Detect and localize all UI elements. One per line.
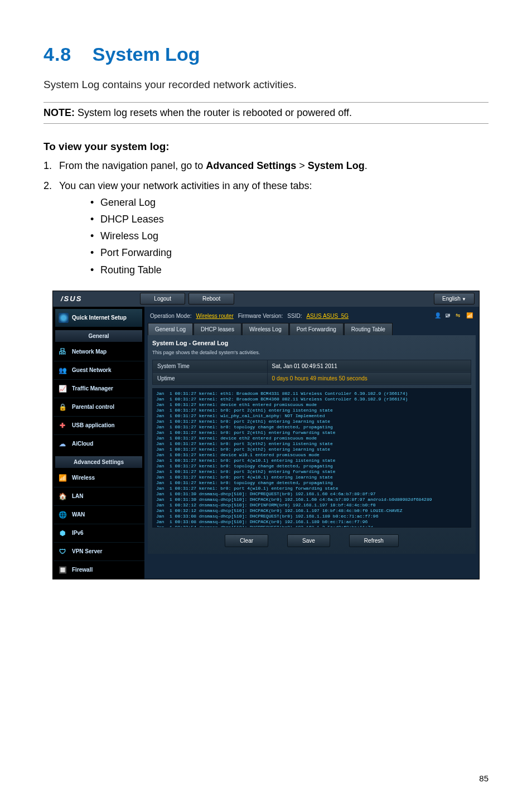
log-content: Jan 1 00:31:27 kernel: eth1: Broadcom BC… [156, 391, 467, 528]
bullet-routing: Routing Table [90, 263, 489, 277]
panel-description: This page shows the detailed system's ac… [152, 350, 471, 355]
sidebar-item-parental-control[interactable]: 🔒Parental control [53, 398, 144, 416]
section-title: System Log [93, 44, 200, 65]
lan-icon: 🏠 [57, 491, 67, 501]
section-number: 4.8 [43, 44, 71, 65]
save-button[interactable]: Save [287, 534, 330, 547]
ssid-value[interactable]: ASUS ASUS_5G [306, 313, 349, 319]
tab-routing-table[interactable]: Routing Table [344, 323, 393, 335]
sidebar-item-lan[interactable]: 🏠LAN [53, 487, 144, 505]
sidebar-general-header: General [55, 330, 142, 342]
step-2: 2. You can view your network activities … [43, 178, 489, 277]
bullet-dhcp: DHCP Leases [90, 212, 489, 226]
sidebar-item-usb-application[interactable]: ✚USB application [53, 416, 144, 434]
step-2-text: You can view your network activities in … [59, 180, 312, 191]
note-label: NOTE: [43, 107, 75, 118]
uptime-days: 0 days [272, 375, 290, 381]
guest-network-icon: 👥 [57, 365, 67, 375]
refresh-button[interactable]: Refresh [349, 534, 399, 547]
firewall-icon: 🔲 [57, 565, 67, 575]
sidebar-item-wireless[interactable]: 📶Wireless [53, 469, 144, 487]
sub-heading: To view your system log: [43, 141, 489, 153]
note-text: System log resets when the router is reb… [75, 107, 352, 118]
sidebar-item-vpn-server[interactable]: 🛡VPN Server [53, 542, 144, 561]
sidebar-advanced-header: Advanced Settings [55, 456, 142, 468]
sidebar-item-traffic-manager[interactable]: 📈Traffic Manager [53, 379, 144, 398]
sidebar-item-aicloud[interactable]: ☁AiCloud [53, 434, 144, 453]
sidebar-item-label: Firewall [72, 567, 93, 573]
router-screenshot: /SUS Logout Reboot English Quick Interne… [52, 291, 480, 579]
uptime-hours: 0 hours [290, 375, 310, 381]
step-1-gt: > [296, 160, 308, 171]
tab-port-forwarding[interactable]: Port Forwarding [289, 323, 344, 335]
ssid-label: SSID: [287, 313, 302, 319]
sidebar-item-label: LAN [72, 493, 84, 499]
sidebar-item-label: WAN [72, 511, 85, 518]
sidebar-item-label: Traffic Manager [72, 385, 113, 392]
info-table: System Time Sat, Jan 01 00:49:51 2011 Up… [152, 360, 471, 385]
wifi-status-icon[interactable]: 📶 [466, 312, 473, 320]
uptime-value: 0 days 0 hours 49 minutes 50 seconds [267, 372, 471, 384]
usb-status-icon[interactable]: ⇋ [456, 312, 463, 320]
logout-button[interactable]: Logout [140, 293, 185, 305]
step-1-pre: From the navigation panel, go to [59, 160, 206, 171]
step-1-advanced: Advanced Settings [206, 160, 296, 171]
shot-body: Quick Internet Setup General 品Network Ma… [53, 307, 479, 579]
note-box: NOTE: System log resets when the router … [43, 102, 489, 124]
sidebar-item-label: Network Map [72, 349, 107, 355]
log-textarea[interactable]: Jan 1 00:31:27 kernel: eth1: Broadcom BC… [152, 388, 471, 528]
sidebar-item-firewall[interactable]: 🔲Firewall [53, 561, 144, 579]
tab-dhcp-leases[interactable]: DHCP leases [194, 323, 241, 335]
user-icon[interactable]: 👤 [434, 312, 442, 320]
page-number: 85 [479, 774, 489, 783]
bullet-portfwd: Port Forwarding [90, 245, 489, 260]
mode-label: Operation Mode: [150, 313, 192, 319]
parental-control-icon: 🔒 [57, 402, 67, 412]
sidebar-item-ipv6[interactable]: ⬢IPv6 [53, 524, 144, 542]
uptime-label: Uptime [153, 372, 268, 384]
quick-internet-setup[interactable]: Quick Internet Setup [55, 309, 142, 327]
mode-bar: Operation Mode: Wireless router Firmware… [148, 310, 476, 323]
sidebar: Quick Internet Setup General 品Network Ma… [53, 307, 144, 579]
aicloud-icon: ☁ [57, 439, 67, 449]
mode-value[interactable]: Wireless router [196, 313, 234, 319]
ipv6-icon: ⬢ [57, 528, 67, 538]
panel-buttons: Clear Save Refresh [152, 528, 471, 549]
sidebar-item-label: AiCloud [72, 441, 93, 447]
steps-list: 1. From the navigation panel, go to Adva… [43, 158, 489, 277]
step-1-post: . [365, 160, 367, 171]
clear-button[interactable]: Clear [225, 534, 268, 547]
firmware-label: Firmware Version: [238, 313, 283, 319]
asus-logo: /SUS [53, 294, 90, 303]
vpn-icon: 🛡 [57, 547, 67, 557]
top-bar: /SUS Logout Reboot English [53, 291, 479, 307]
uptime-minutes: 49 minutes [310, 375, 339, 381]
sidebar-item-label: USB application [72, 422, 115, 428]
tab-general-log[interactable]: General Log [148, 323, 193, 335]
language-select[interactable]: English [434, 293, 475, 305]
sidebar-item-network-map[interactable]: 品Network Map [53, 343, 144, 361]
network-map-icon: 品 [57, 347, 67, 357]
network-icon[interactable]: 🖳 [445, 312, 452, 320]
system-time-label: System Time [153, 360, 268, 372]
tab-wireless-log[interactable]: Wireless Log [242, 323, 289, 335]
top-right: English [434, 293, 475, 305]
wan-icon: 🌐 [57, 510, 67, 520]
panel-title: System Log - General Log [152, 340, 471, 346]
status-icons: 👤 🖳 ⇋ 📶 [434, 312, 473, 320]
sidebar-item-label: Guest Network [72, 367, 112, 373]
qis-label: Quick Internet Setup [72, 315, 127, 321]
sidebar-item-wan[interactable]: 🌐WAN [53, 505, 144, 524]
reboot-button[interactable]: Reboot [188, 293, 234, 305]
top-buttons: Logout Reboot [140, 293, 234, 305]
tabs-bullet-list: General Log DHCP Leases Wireless Log Por… [90, 195, 489, 277]
content-pane: Operation Mode: Wireless router Firmware… [144, 307, 479, 579]
traffic-manager-icon: 📈 [57, 384, 67, 394]
sidebar-item-label: Wireless [72, 475, 95, 481]
sidebar-item-label: IPv6 [72, 530, 84, 536]
usb-icon: ✚ [57, 421, 67, 431]
tab-row: General Log DHCP leases Wireless Log Por… [148, 323, 476, 335]
sidebar-item-guest-network[interactable]: 👥Guest Network [53, 361, 144, 379]
qis-icon [59, 313, 69, 323]
sidebar-item-label: Parental control [72, 404, 114, 410]
